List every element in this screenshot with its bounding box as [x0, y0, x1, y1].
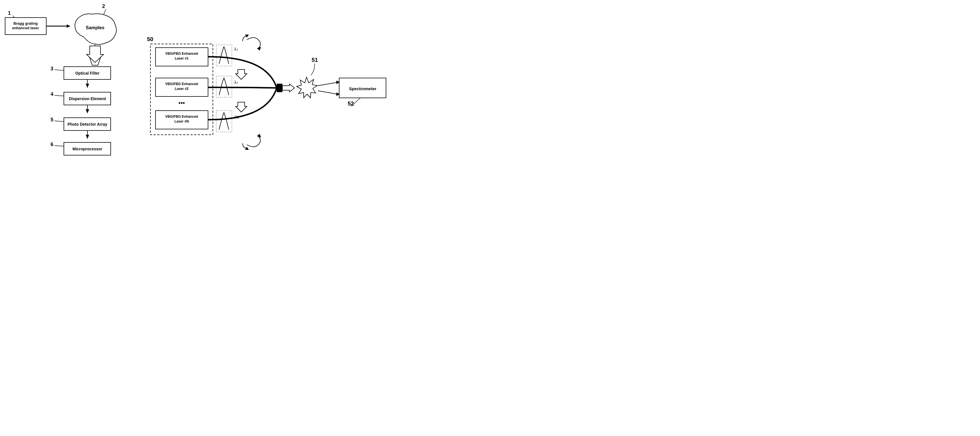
hollow-arrow-down-1	[235, 70, 247, 79]
svg-marker-14	[235, 70, 247, 79]
lambda1-curve	[219, 47, 229, 64]
label-2: 2	[102, 3, 105, 9]
bottom-circular-arrow	[247, 136, 261, 147]
laserN-line2: Laser #N	[175, 119, 189, 124]
samples-label: Samples	[86, 25, 105, 30]
svg-marker-9	[86, 135, 89, 139]
svg-text:enhanced laser: enhanced laser	[12, 26, 39, 30]
laser1-line1: VBG/FBG Enhanced	[165, 52, 198, 55]
lambda1-label: λ₁	[234, 47, 238, 51]
hollow-arrow-down-2	[235, 102, 247, 112]
diagram: 1 Bragg grating enhanced laser 2 Samples…	[0, 0, 397, 176]
laserN-line1: VBG/FBG Enhanced	[165, 114, 198, 119]
microprocessor-label: Microprocessor	[72, 147, 102, 151]
svg-marker-5	[86, 84, 89, 88]
burst-shape	[297, 77, 317, 98]
lambda1-box	[216, 45, 232, 66]
label-1: 1	[8, 10, 11, 16]
lambda2-label: λ₂	[234, 80, 238, 84]
laser2-line	[208, 87, 277, 88]
dots: •••	[178, 99, 185, 106]
svg-marker-11	[245, 35, 249, 38]
lambdaN-box	[216, 111, 232, 132]
spectrometer-label: Spectrometer	[349, 86, 377, 91]
lambdaN-curve	[219, 113, 229, 130]
label-51: 51	[312, 57, 318, 63]
photo-detector-label: Photo Detector Array	[68, 122, 108, 127]
lambda2-box	[216, 76, 232, 97]
svg-marker-7	[86, 109, 89, 114]
big-arrow-down-1	[87, 46, 103, 62]
label-4: 4	[51, 91, 53, 97]
label-3: 3	[51, 66, 53, 71]
svg-marker-1	[67, 24, 70, 28]
laser1-line2: Laser #1	[175, 57, 189, 60]
svg-marker-3	[87, 46, 103, 62]
laser2-line1: VBG/FBG Enhanced	[165, 82, 198, 86]
label-50: 50	[147, 36, 153, 42]
optical-filter-label: Optical Filter	[75, 71, 100, 76]
laser2-line2: Laser #2	[175, 87, 189, 91]
top-circular-arrow	[247, 38, 261, 49]
burst-to-spec-arrow1	[318, 82, 338, 86]
hollow-arrow-right	[282, 84, 294, 92]
label-5: 5	[51, 117, 53, 122]
label-6: 6	[51, 141, 53, 147]
burst-to-spec-arrow2	[318, 91, 338, 94]
bragg-laser-label: Bragg grating	[13, 21, 37, 25]
svg-marker-16	[282, 84, 294, 92]
label-52: 52	[348, 100, 354, 107]
svg-marker-13	[245, 147, 249, 150]
dispersion-label: Dispersion Element	[69, 97, 106, 101]
combiner-block	[277, 84, 282, 92]
svg-marker-15	[235, 102, 247, 112]
lambda2-curve	[219, 78, 229, 95]
